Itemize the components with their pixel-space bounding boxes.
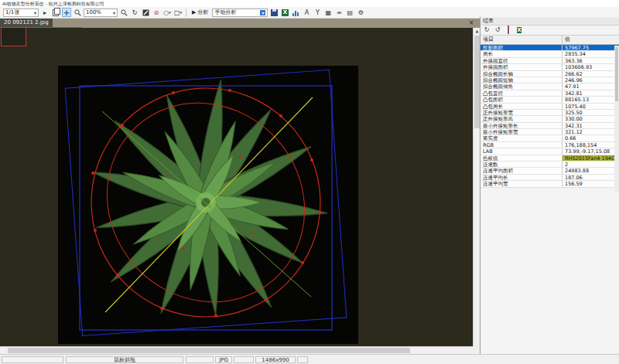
clear-button[interactable] xyxy=(504,26,512,34)
save-image-button[interactable] xyxy=(269,8,279,17)
next-icon: ▸ xyxy=(43,9,46,16)
navigator-thumbnail[interactable] xyxy=(1,28,26,46)
canvas-vertical-scrollbar[interactable]: ▲ xyxy=(473,28,480,346)
table-row[interactable]: 凸包直径342.81 xyxy=(480,90,619,97)
undo-button[interactable]: ↺ xyxy=(494,26,501,34)
row-value: RHS2015Fan4 194C Yellow xyxy=(563,155,619,161)
next-image-button[interactable]: ▸ xyxy=(40,8,50,17)
table-row[interactable]: 拟合椭圆短轴246.96 xyxy=(480,77,619,83)
results-table-header: 项目 值 xyxy=(480,36,619,45)
row-label: 周长 xyxy=(480,51,563,56)
column-header-item[interactable]: 项目 xyxy=(480,36,563,44)
row-label: 拟合椭圆短轴 xyxy=(480,77,563,83)
horizontal-scroll-thumb[interactable] xyxy=(8,348,410,353)
table-row[interactable]: RGB176,188,154 xyxy=(480,142,619,148)
move-icon: + xyxy=(63,9,70,17)
table-row[interactable]: 最小外接矩形宽321.12 xyxy=(480,129,619,135)
table-row[interactable]: 紧实度0.66 xyxy=(480,135,619,141)
row-label: 凸包周长 xyxy=(480,104,563,109)
chevron-down-icon: ▾ xyxy=(180,10,183,15)
image-canvas[interactable] xyxy=(0,28,473,346)
save-icon xyxy=(271,9,278,16)
grid-view-button[interactable]: ▦ xyxy=(323,8,333,17)
row-label: 最小外接矩形宽 xyxy=(480,129,563,134)
table-row[interactable]: 拟合椭圆长轴266.62 xyxy=(480,71,619,77)
export-button[interactable]: ▤ xyxy=(345,8,354,17)
results-scroll-thumb[interactable] xyxy=(615,47,618,101)
table-row[interactable]: 连通数2 xyxy=(480,162,619,168)
list-icon: ≡ xyxy=(337,9,342,16)
zoom-selector[interactable]: 100% ▾ xyxy=(84,9,118,17)
table-row[interactable]: 外接圆面积103606.93 xyxy=(480,64,619,70)
branch-y-button[interactable]: Y xyxy=(313,8,322,17)
tab-close-button[interactable]: × xyxy=(467,19,475,27)
row-label: 外接圆面积 xyxy=(480,64,563,70)
row-label: 连通数 xyxy=(480,162,563,167)
label-a-button[interactable]: A xyxy=(302,8,311,17)
preset-selector[interactable]: 手动分析 ▾ xyxy=(212,9,268,17)
table-row[interactable]: 正外接矩形宽325.50 xyxy=(480,110,619,116)
row-value: 24983.88 xyxy=(563,168,619,173)
export-results-button[interactable]: X xyxy=(515,26,523,34)
rotate-button[interactable]: ↻ xyxy=(130,8,139,17)
excel-icon: X xyxy=(517,27,521,33)
row-label: 连通平均宽 xyxy=(480,181,563,186)
results-scrollbar[interactable] xyxy=(614,46,619,192)
pencil-icon xyxy=(142,9,149,16)
row-value: 266.62 xyxy=(563,71,619,77)
circle-icon: ○ xyxy=(163,9,169,16)
row-label: 色板值 xyxy=(480,155,563,161)
square-icon: □ xyxy=(174,9,180,16)
refresh-button[interactable]: ↻ xyxy=(483,26,491,34)
edit-button[interactable] xyxy=(141,8,150,17)
analyze-button[interactable]: ▶ 分析 xyxy=(190,8,210,17)
page-selector[interactable]: 1/1张 ▾ xyxy=(3,9,39,17)
table-row[interactable]: LAB73.99,-9.17,15.08 xyxy=(480,148,619,155)
toolbar-separator xyxy=(186,9,186,17)
zoom-in-button[interactable] xyxy=(119,8,128,17)
row-value: 2 xyxy=(563,162,619,167)
table-row[interactable]: 色板值RHS2015Fan4 194C Yellow xyxy=(480,155,619,162)
table-row[interactable]: 最小外接矩形长342.31 xyxy=(480,123,619,129)
table-row[interactable]: 凸包面积88165.13 xyxy=(480,97,619,103)
vertical-scroll-thumb[interactable] xyxy=(474,36,480,128)
table-row[interactable]: 正外接矩形高330.00 xyxy=(480,116,619,122)
rect-tool-button[interactable]: □▾ xyxy=(173,8,183,17)
zoom-fit-button[interactable] xyxy=(73,8,82,17)
table-row[interactable]: 拟合椭圆倾角47.91 xyxy=(480,83,619,90)
chevron-down-icon: ▾ xyxy=(260,10,265,15)
chart-button[interactable] xyxy=(291,8,300,17)
table-row[interactable]: 连通平均面积24983.88 xyxy=(480,168,619,174)
status-dimensions: 1486x990 xyxy=(255,356,296,363)
table-row[interactable]: 连通平均宽156.59 xyxy=(480,181,619,187)
image-tab[interactable]: 20 092121 2.jpg xyxy=(0,19,53,27)
export-excel-button[interactable]: X xyxy=(280,8,289,17)
row-label: 正外接矩形高 xyxy=(480,116,563,121)
pan-tool-button[interactable]: + xyxy=(62,8,71,17)
row-label: 正外接矩形宽 xyxy=(480,110,563,115)
column-header-value[interactable]: 值 xyxy=(563,36,619,44)
row-label: 凸包面积 xyxy=(480,97,563,102)
copy-button[interactable] xyxy=(51,8,60,17)
list-view-button[interactable]: ≡ xyxy=(334,8,344,17)
table-row[interactable]: 凸包周长1075.40 xyxy=(480,104,619,110)
table-row[interactable]: 周长2835.34 xyxy=(480,51,619,57)
clear-roi-button[interactable]: ⊘ xyxy=(152,8,161,17)
table-row[interactable]: 外接圆直径363.36 xyxy=(480,58,619,64)
row-value: 342.81 xyxy=(563,90,619,96)
status-hint: 鼠标斜拖 xyxy=(66,356,183,363)
ellipse-tool-button[interactable]: ○▾ xyxy=(162,8,172,17)
row-value: 321.12 xyxy=(563,129,619,134)
row-label: LAB xyxy=(480,148,563,154)
eraser-icon xyxy=(508,26,509,34)
table-row[interactable]: 连通平均长187.06 xyxy=(480,175,619,181)
row-value: 176,188,154 xyxy=(563,142,619,148)
settings-button[interactable]: ⚙ xyxy=(356,8,365,17)
row-value: 57967.75 xyxy=(563,45,619,50)
canvas-horizontal-scrollbar[interactable] xyxy=(0,346,473,354)
row-value: 187.06 xyxy=(563,175,619,180)
magnifier-icon xyxy=(74,9,81,16)
analyzed-image[interactable] xyxy=(58,66,358,344)
status-cell-empty xyxy=(234,356,254,363)
table-row[interactable]: 投影面积57967.75 xyxy=(480,45,619,51)
